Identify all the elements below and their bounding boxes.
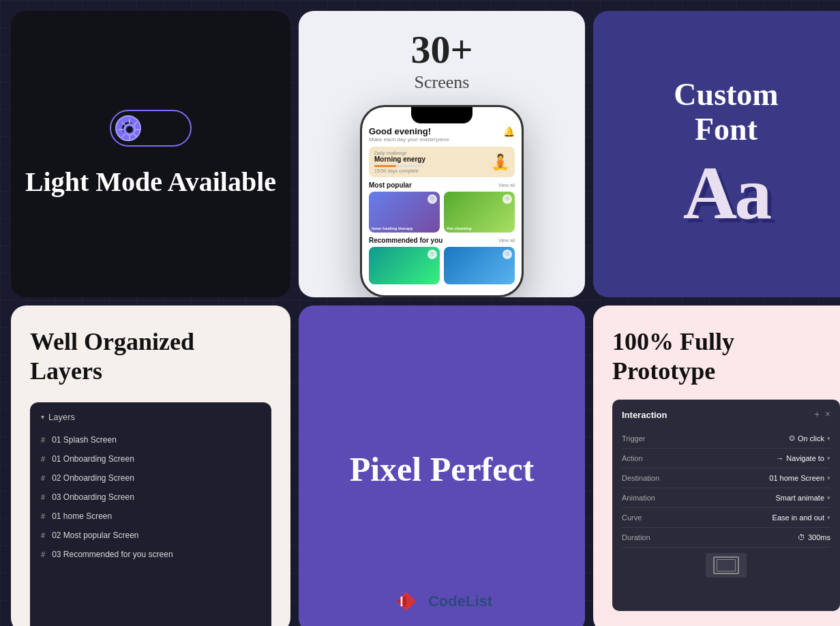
animation-value[interactable]: Smart animate ▾: [775, 494, 830, 502]
svg-line-6: [123, 123, 125, 125]
phone-screen: Good evening! Make each day your masterp…: [362, 107, 522, 295]
heart-icon-1: ♡: [427, 194, 437, 204]
hash-icon-4: #: [41, 493, 45, 501]
layer-item: # 01 Onboarding Screen: [41, 449, 260, 468]
thumb-chanting-label: Om chanting: [447, 226, 472, 230]
card-prototype: 100% Fully Prototype Interaction + × Tri…: [593, 305, 840, 626]
chevron-icon: ▾: [41, 413, 44, 421]
phone-notch: [411, 107, 472, 123]
most-popular-title: Most popular: [369, 181, 412, 189]
thumb-chanting: ♡ Om chanting: [444, 192, 515, 233]
recommended-title: Recommended for you: [369, 237, 442, 244]
codelist-logo-icon: [391, 586, 421, 616]
card-pixel-perfect: Pixel Perfect CodeList: [299, 305, 585, 626]
heart-icon-2: ♡: [502, 194, 512, 204]
curve-value[interactable]: Ease in and out ▾: [772, 513, 830, 522]
recommended-thumbnails: ♡ ♡: [369, 247, 515, 284]
layer-label-6: 02 Most popular Screen: [52, 531, 138, 540]
curve-label: Curve: [622, 513, 642, 522]
svg-line-9: [123, 134, 125, 137]
action-row: Action → Navigate to ▾: [622, 449, 830, 468]
layer-label-1: 01 Splash Screen: [52, 435, 117, 445]
animation-label: Animation: [622, 494, 655, 502]
view-all-2: View all: [498, 238, 515, 243]
destination-text: 01 home Screen: [769, 474, 824, 482]
progress-fill: [374, 165, 396, 167]
hash-icon-6: #: [41, 531, 45, 539]
layers-panel: ▾ Layers # 01 Splash Screen # 01 Onboard…: [30, 402, 271, 626]
hash-icon-7: #: [41, 550, 45, 558]
phone-subtext: Make each day your masterpiece: [369, 136, 449, 143]
screens-icon-inner: [713, 556, 739, 574]
arrow-right-icon: →: [776, 454, 783, 462]
codelist-logo: CodeList: [391, 586, 492, 616]
interaction-panel: Interaction + × Trigger ⊙ On click ▾ Act…: [612, 400, 840, 611]
trigger-sun-icon: ⊙: [789, 434, 795, 443]
layer-item: # 01 home Screen: [41, 507, 260, 526]
destination-label: Destination: [622, 474, 659, 482]
destination-row: Destination 01 home Screen ▾: [622, 468, 830, 488]
light-mode-toggle[interactable]: [110, 110, 192, 147]
phone-mockup: Good evening! Make each day your masterp…: [360, 105, 524, 297]
screens-count: 30+: [410, 30, 472, 70]
layer-item: # 02 Onboarding Screen: [41, 468, 260, 488]
panel-plus-icon[interactable]: +: [814, 409, 820, 420]
duration-row: Duration ⏱ 300ms: [622, 528, 830, 548]
layers-header-label: Layers: [48, 412, 75, 422]
layer-label-4: 03 Onboarding Screen: [52, 492, 134, 502]
duration-value[interactable]: ⏱ 300ms: [798, 533, 830, 541]
layer-label-2: 01 Onboarding Screen: [52, 454, 134, 464]
challenge-card: Daily challenge Morning energy 15/30 day…: [369, 147, 515, 177]
layer-item: # 03 Recommended for you screen: [41, 545, 260, 564]
challenge-label: Daily challenge: [374, 151, 425, 155]
trigger-row: Trigger ⊙ On click ▾: [622, 428, 830, 449]
font-display: Aa: [683, 155, 769, 230]
challenge-emoji: 🧘: [491, 153, 509, 171]
layers-panel-header: ▾ Layers: [41, 412, 260, 422]
hash-icon-3: #: [41, 474, 45, 482]
chevron-down-icon-3: ▾: [827, 475, 830, 481]
animation-text: Smart animate: [775, 494, 824, 502]
panel-header: Interaction + ×: [622, 409, 830, 420]
most-popular-header: Most popular View all: [369, 181, 515, 189]
card-custom-font: CustomFont Aa: [593, 11, 840, 297]
screens-preview-icon: [706, 553, 747, 578]
heart-icon-4: ♡: [502, 250, 512, 259]
recommended-header: Recommended for you View all: [369, 237, 515, 244]
curve-text: Ease in and out: [772, 513, 824, 522]
hash-icon-2: #: [41, 455, 45, 463]
panel-close-icon[interactable]: ×: [825, 409, 830, 420]
trigger-text: On click: [798, 434, 824, 443]
panel-title: Interaction: [622, 410, 667, 420]
destination-value[interactable]: 01 home Screen ▾: [769, 474, 830, 482]
curve-row: Curve Ease in and out ▾: [622, 508, 830, 528]
animation-row: Animation Smart animate ▾: [622, 488, 830, 508]
pixel-perfect-title: Pixel Perfect: [350, 449, 535, 489]
main-grid: Light Mode Available 30+ Screens Good ev…: [0, 0, 840, 626]
popular-thumbnails: ♡ Inner healing therapy ♡ Om chanting: [369, 192, 515, 233]
thumb-healing-label: Inner healing therapy: [372, 226, 413, 230]
duration-text: 300ms: [808, 533, 830, 541]
action-text: Navigate to: [786, 454, 824, 462]
card-layers: Well Organized Layers ▾ Layers # 01 Spla…: [11, 305, 290, 626]
custom-font-title: CustomFont: [674, 78, 778, 147]
duration-label: Duration: [622, 533, 650, 541]
card-screens: 30+ Screens Good evening! Make each day …: [299, 11, 585, 297]
trigger-value[interactable]: ⊙ On click ▾: [789, 434, 830, 443]
phone-header: Good evening! Make each day your masterp…: [369, 126, 515, 143]
layer-item: # 02 Most popular Screen: [41, 526, 260, 545]
layers-card-title: Well Organized Layers: [30, 327, 271, 386]
layer-label-5: 01 home Screen: [52, 511, 112, 521]
clock-icon: ⏱: [798, 533, 805, 541]
svg-line-7: [134, 134, 137, 137]
panel-controls: + ×: [814, 409, 830, 420]
challenge-days: 15/30 days complete: [374, 168, 425, 173]
action-label: Action: [622, 454, 643, 462]
bell-icon: 🔔: [503, 126, 515, 138]
layer-item: # 03 Onboarding Screen: [41, 488, 260, 507]
view-all-1: View all: [498, 183, 515, 188]
card-light-mode: Light Mode Available: [11, 11, 290, 297]
action-value[interactable]: → Navigate to ▾: [776, 454, 830, 462]
chevron-down-icon-2: ▾: [827, 455, 830, 462]
challenge-title: Morning energy: [374, 155, 425, 163]
